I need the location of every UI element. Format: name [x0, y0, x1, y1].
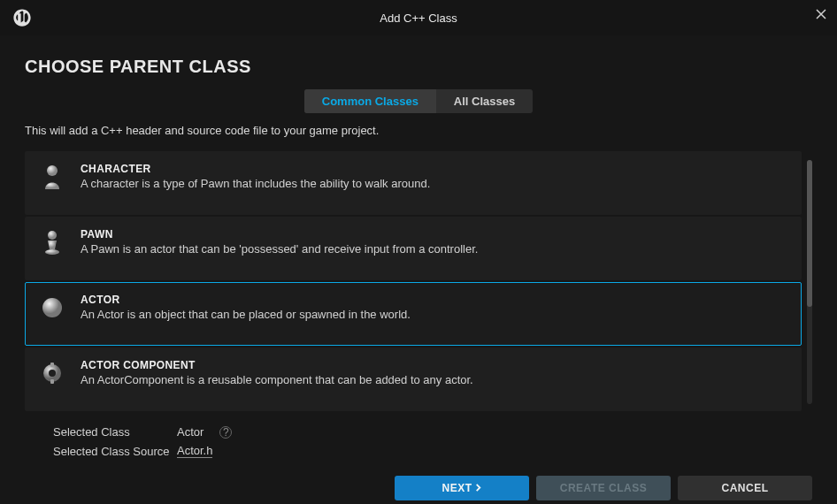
- list-item-desc: A character is a type of Pawn that inclu…: [81, 177, 787, 190]
- list-item-desc: An Actor is an object that can be placed…: [81, 308, 787, 321]
- list-item-desc: An ActorComponent is a reusable componen…: [81, 373, 787, 386]
- svg-rect-6: [50, 363, 54, 367]
- tab-group: Common Classes All Classes: [304, 89, 533, 113]
- svg-point-1: [48, 231, 57, 240]
- svg-point-0: [47, 165, 58, 176]
- list-item-actor-component[interactable]: ACTOR COMPONENT An ActorComponent is a r…: [25, 347, 802, 411]
- svg-point-3: [42, 298, 62, 317]
- chevron-right-icon: [474, 482, 482, 494]
- selected-class-value: Actor: [177, 425, 203, 439]
- info-section: Selected Class Actor ? Selected Class So…: [25, 413, 812, 476]
- page-description: This will add a C++ header and source co…: [25, 124, 812, 137]
- next-button-label: NEXT: [442, 482, 472, 494]
- list-item-title: CHARACTER: [81, 163, 787, 175]
- unreal-logo-icon: [12, 8, 32, 27]
- tab-common-classes[interactable]: Common Classes: [304, 89, 436, 113]
- component-icon: [40, 361, 65, 386]
- page-title: CHOOSE PARENT CLASS: [25, 57, 812, 77]
- actor-icon: [40, 295, 65, 320]
- scrollbar[interactable]: [807, 160, 812, 404]
- dialog-title: Add C++ Class: [380, 11, 457, 25]
- svg-point-2: [45, 249, 59, 255]
- footer-buttons: NEXT CREATE CLASS CANCEL: [25, 476, 812, 500]
- svg-rect-7: [50, 379, 54, 384]
- character-icon: [40, 164, 65, 189]
- title-bar: Add C++ Class: [0, 0, 837, 35]
- class-list: CHARACTER A character is a type of Pawn …: [25, 151, 802, 413]
- list-item-desc: A Pawn is an actor that can be 'possesse…: [81, 242, 787, 256]
- list-item-title: PAWN: [81, 228, 787, 241]
- list-item-character[interactable]: CHARACTER A character is a type of Pawn …: [25, 151, 802, 215]
- list-item-actor[interactable]: ACTOR An Actor is an object that can be …: [25, 282, 802, 346]
- selected-source-value[interactable]: Actor.h: [177, 444, 212, 458]
- list-item-title: ACTOR: [81, 294, 787, 306]
- pawn-icon: [40, 230, 65, 255]
- cancel-button[interactable]: CANCEL: [678, 476, 812, 500]
- selected-source-label: Selected Class Source: [53, 445, 177, 458]
- close-icon[interactable]: [816, 9, 826, 22]
- svg-point-5: [49, 370, 56, 377]
- list-item-title: ACTOR COMPONENT: [81, 359, 787, 371]
- selected-class-label: Selected Class: [53, 425, 177, 439]
- create-class-button: CREATE CLASS: [536, 476, 671, 500]
- tab-all-classes[interactable]: All Classes: [436, 89, 533, 113]
- next-button[interactable]: NEXT: [395, 476, 529, 500]
- list-item-pawn[interactable]: PAWN A Pawn is an actor that can be 'pos…: [25, 217, 802, 280]
- scrollbar-thumb[interactable]: [807, 160, 812, 307]
- help-icon[interactable]: ?: [219, 426, 232, 439]
